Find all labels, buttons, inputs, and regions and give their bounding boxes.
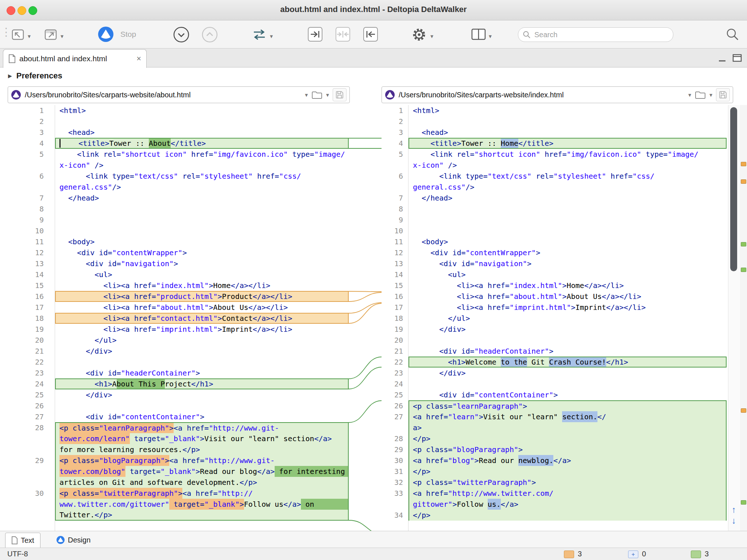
diff-marker-green[interactable] [741, 268, 746, 272]
scrollbar-thumb[interactable] [730, 107, 737, 271]
code-line[interactable]: <html> [409, 105, 727, 116]
right-folder-dropdown-icon[interactable]: ▾ [709, 92, 712, 98]
swap-dropdown-icon[interactable]: ▾ [270, 33, 273, 40]
code-line[interactable]: </head> [55, 192, 349, 203]
code-line[interactable]: general.css"/> [55, 182, 349, 192]
code-line[interactable]: </div> [55, 346, 349, 357]
code-line[interactable]: <h1>Welcome to the Git Crash Course!</h1… [409, 357, 727, 368]
code-line[interactable]: <li><a href="contact.html">Contact</a></… [55, 313, 349, 324]
scroll-up-arrow[interactable]: ↑ [729, 505, 739, 515]
code-line[interactable]: <p class="twitterParagraph"> [409, 477, 727, 488]
code-line[interactable] [409, 214, 727, 225]
code-line[interactable]: <p class="learnParagraph"> [409, 400, 727, 411]
code-line[interactable] [55, 357, 349, 368]
left-path-dropdown-icon[interactable]: ▾ [305, 92, 308, 98]
code-line[interactable]: gittower">Follow us.</a> [409, 499, 727, 510]
code-line[interactable]: <li><a href="imprint.html">Imprint</a></… [55, 324, 349, 335]
code-line[interactable]: <p class="learnParagraph"><a href="http:… [55, 422, 349, 433]
code-line[interactable]: tower.com/learn" target="_blank">Visit o… [55, 433, 349, 444]
next-difference-button[interactable] [173, 26, 190, 43]
right-save-button[interactable] [716, 88, 730, 101]
code-line[interactable] [55, 214, 349, 225]
close-tab-icon[interactable]: × [136, 54, 141, 63]
right-code-column[interactable]: <html> <head> <title>Tower :: Home</titl… [409, 105, 727, 531]
code-line[interactable]: <a href="blog">Read our new blog.</a> [409, 455, 727, 466]
code-line[interactable]: <div id="headerContainer"> [409, 346, 727, 357]
open-second-source-button[interactable] [43, 26, 59, 42]
code-line[interactable]: </div> [55, 389, 349, 400]
compare-button[interactable] [98, 26, 114, 42]
left-browse-folder-icon[interactable] [311, 90, 322, 100]
code-line[interactable]: <div id="navigation"> [409, 258, 727, 269]
code-line[interactable]: <p class="blogParagraph"> [409, 444, 727, 455]
code-line[interactable]: <body> [55, 236, 349, 247]
code-line[interactable]: x-icon" /> [409, 160, 727, 171]
code-line[interactable]: <title>Tower :: About</title> [55, 138, 349, 149]
code-line[interactable]: x-icon" /> [55, 160, 349, 171]
diff-marker-green[interactable] [741, 242, 746, 246]
code-line[interactable] [409, 378, 727, 389]
left-save-button[interactable] [333, 88, 347, 101]
code-line[interactable]: general.css"/> [409, 182, 727, 192]
open-first-source-button[interactable] [10, 26, 26, 42]
code-line[interactable]: <li><a href="imprint.html">Imprint</a></… [409, 302, 727, 313]
right-browse-folder-icon[interactable] [695, 90, 706, 100]
layout-dropdown-icon[interactable]: ▾ [489, 33, 492, 40]
search-field[interactable] [518, 27, 673, 42]
code-line[interactable]: <title>Tower :: Home</title> [409, 138, 727, 149]
code-line[interactable]: </p> [409, 433, 727, 444]
code-line[interactable]: <div id="navigation"> [55, 258, 349, 269]
search-input[interactable] [534, 30, 669, 39]
maximize-view-icon[interactable] [732, 53, 743, 63]
code-line[interactable]: <html> [55, 105, 349, 116]
diff-marker-orange[interactable] [741, 162, 746, 166]
expand-triangle-icon[interactable]: ▶ [8, 73, 12, 79]
code-line[interactable]: <link type="text/css" rel="stylesheet" h… [409, 171, 727, 182]
tab-design[interactable]: Design [50, 533, 96, 547]
preferences-section[interactable]: ▶ Preferences [0, 67, 747, 84]
code-line[interactable]: <li><a href="product.html">Product</a></… [55, 291, 349, 302]
code-line[interactable]: <div id="contentContainer"> [55, 411, 349, 422]
code-line[interactable]: <link rel="shortcut icon" href="img/favi… [55, 149, 349, 160]
previous-difference-button[interactable] [201, 26, 218, 43]
code-line[interactable]: www.twitter.com/gittower" target="_blank… [55, 499, 349, 510]
scroll-down-arrow[interactable]: ↓ [729, 516, 739, 526]
left-code-column[interactable]: <html> <head> <title>Tower :: About</tit… [55, 105, 349, 531]
minimize-view-icon[interactable] [717, 53, 727, 63]
code-line[interactable] [409, 225, 727, 236]
code-line[interactable] [55, 203, 349, 214]
code-line[interactable]: </ul> [409, 313, 727, 324]
code-line[interactable]: </p> [409, 466, 727, 477]
code-line[interactable]: <p class="blogParagraph"><a href="http:/… [55, 455, 349, 466]
code-line[interactable]: <li><a href="about.html">About Us</a></l… [409, 291, 727, 302]
open-second-dropdown-icon[interactable]: ▾ [61, 33, 63, 40]
code-line[interactable]: <p class="twitterParagraph"><a href="htt… [55, 488, 349, 499]
code-line[interactable]: <head> [55, 127, 349, 138]
code-line[interactable]: </div> [409, 368, 727, 378]
code-line[interactable] [55, 400, 349, 411]
code-line[interactable] [409, 335, 727, 346]
copy-to-left-button[interactable] [363, 26, 379, 42]
code-line[interactable]: </p> [409, 510, 727, 521]
code-line[interactable]: <li><a href="index.html">Home</a></li> [55, 280, 349, 291]
code-line[interactable]: for more learning resources.</p> [55, 444, 349, 455]
layout-columns-button[interactable] [471, 26, 487, 42]
open-first-dropdown-icon[interactable]: ▾ [28, 33, 31, 40]
code-line[interactable]: <li><a href="about.html">About Us</a></l… [55, 302, 349, 313]
right-path-dropdown-icon[interactable]: ▾ [688, 92, 691, 98]
swap-sides-button[interactable] [251, 26, 268, 43]
code-line[interactable]: tower.com/blog" target="_blank">Read our… [55, 466, 349, 477]
left-file-path[interactable]: /Users/brunobrito/Sites/carparts-website… [25, 91, 301, 99]
right-code-pane[interactable]: 1234567891011121314151617181920212223242… [382, 105, 727, 531]
code-line[interactable]: </ul> [55, 335, 349, 346]
diff-marker-orange[interactable] [741, 408, 746, 413]
stop-button[interactable]: Stop [120, 30, 136, 39]
copy-to-right-button[interactable] [307, 26, 323, 42]
settings-dropdown-icon[interactable]: ▾ [430, 33, 433, 40]
tab-text[interactable]: Text [5, 533, 40, 548]
vertical-scrollbar[interactable] [728, 105, 739, 531]
code-line[interactable]: articles on Git and software development… [55, 477, 349, 488]
code-line[interactable]: <div id="contentContainer"> [409, 389, 727, 400]
code-line[interactable]: </div> [409, 324, 727, 335]
code-line[interactable] [409, 203, 727, 214]
